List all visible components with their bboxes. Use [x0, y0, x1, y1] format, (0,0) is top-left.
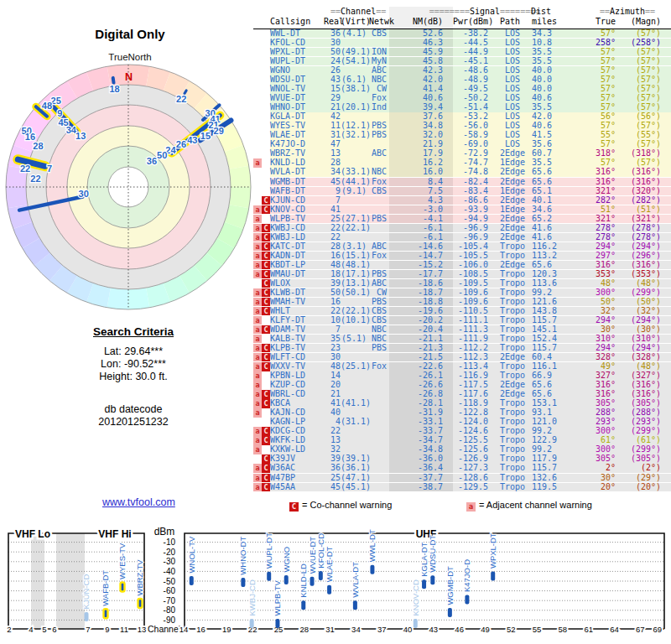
co-channel-warning-cell — [262, 85, 270, 93]
svg-text:46: 46 — [455, 625, 464, 634]
station-table: ==Channel==========Signal========Dist==A… — [253, 7, 671, 492]
adjacent-warning-cell: a — [253, 298, 262, 306]
co-channel-warning-cell — [262, 316, 270, 325]
co-channel-warning-cell — [262, 335, 270, 343]
adjacent-warning-cell: a — [253, 399, 262, 408]
station-data: WLOX39(13.1)ABC-18.6-109.5Tropo113.648°(… — [270, 279, 671, 288]
signal-bar — [430, 575, 434, 584]
adjacent-warning-cell — [253, 48, 262, 56]
station-data: WVLA-DT34(33.1)NBC16.0-74.82Edge65.6316°… — [270, 168, 671, 176]
column-header: (Virt) — [341, 18, 369, 27]
svg-text:-10: -10 — [164, 538, 176, 547]
svg-text:31: 31 — [325, 625, 335, 634]
co-channel-warning-cell: C — [262, 390, 270, 398]
svg-text:14: 14 — [179, 625, 189, 634]
adjacent-warning-cell — [253, 57, 262, 65]
adjacent-warning-cell — [253, 85, 262, 93]
station-data: KAJN-CD40-31.9-122.8Tropo93.1288°(288°) — [270, 408, 671, 417]
adjacent-warning-cell: a — [253, 436, 262, 444]
station-data: KWBJ-LD22-6.1-96.92Edge41.6278°(278°) — [270, 233, 671, 242]
table-row: aCW45AA45(45.1)-38.7-129.5Tropo119.520°(… — [253, 483, 671, 492]
signal-bar — [414, 619, 418, 628]
adjacent-warning-cell: a — [253, 381, 262, 389]
svg-text:-30: -30 — [164, 557, 176, 566]
co-channel-warning-cell: C — [262, 252, 270, 260]
signal-bar — [422, 579, 426, 589]
station-data: KFOL-CD3046.3-44.5LOS10.8258°(258°) — [270, 39, 671, 47]
svg-text:22: 22 — [176, 94, 186, 104]
svg-text:4: 4 — [29, 625, 33, 634]
station-data: WXXV-TV48(25.1)Fox-22.6-113.4Tropo116.14… — [270, 362, 671, 371]
co-channel-warning-cell: C — [262, 427, 270, 435]
station-data: KLWB-DT50(50.1)CW-18.7-109.6Tropo99.2300… — [270, 288, 671, 297]
signal-bar-label: WPXL-DT — [488, 532, 497, 569]
station-data: W36AC36(36.1)-36.4-127.3Tropo115.72°(2°) — [270, 464, 671, 472]
station-data: WLAE-DT31(32.1)PBS32.0-58.9LOS41.555°(55… — [270, 131, 671, 139]
svg-text:22: 22 — [30, 174, 40, 184]
signal-bar — [448, 608, 452, 617]
signal-bar — [267, 572, 271, 581]
svg-text:34: 34 — [351, 625, 361, 634]
column-header: Netwk — [369, 18, 389, 27]
svg-text:9: 9 — [105, 625, 109, 634]
co-channel-warning-cell — [262, 381, 270, 389]
adjacent-warning-cell: a — [253, 224, 262, 232]
station-table-header: ==Channel==========Signal========Dist==A… — [253, 7, 671, 29]
co-channel-warning-cell — [262, 66, 270, 75]
co-channel-warning-cell: C — [262, 464, 270, 472]
table-row: aCKNOV-CD41-3.0-93.91Edge34.651°(51°) — [253, 205, 671, 215]
co-channel-legend: C= Co-channel warning — [289, 500, 392, 512]
co-channel-warning-cell — [262, 418, 270, 426]
station-data: KPBN-LD14-26.1-116.9Tropo66.9327°(327°) — [270, 371, 671, 380]
co-channel-legend-text: = Co-channel warning — [302, 500, 392, 510]
signal-bar — [138, 599, 143, 608]
adjacent-warning-cell — [253, 94, 262, 102]
signal-bar-label: KNOV-CD — [411, 579, 420, 615]
station-data: KWBJ-CD22(22.1)-6.1-96.92Edge41.6278°(27… — [270, 224, 671, 232]
co-channel-warning-icon: C — [289, 502, 299, 512]
svg-text:VHF Lo: VHF Lo — [15, 528, 50, 540]
co-channel-warning-cell: C — [262, 399, 270, 408]
svg-text:43: 43 — [187, 135, 197, 145]
signal-bar-label: WVLA-DT — [351, 562, 360, 598]
co-channel-warning-cell — [262, 112, 270, 121]
tvfool-link[interactable]: www.tvfool.com — [102, 496, 175, 508]
station-data: WDAM-TV7NBC-20.4-111.3Tropo145.130°(30°) — [270, 325, 671, 334]
adjacent-warning-cell: a — [253, 474, 262, 482]
height-value: Height: 30.0 ft. — [49, 371, 217, 383]
adjacent-channel-legend: a= Adjacent channel warning — [466, 500, 592, 512]
station-data: W47BP25(47.1)-37.7-128.6Tropo132.630°(29… — [270, 474, 671, 482]
station-data: WWL-DT36(4.1)CBS52.6-38.2LOS34.357°(57°) — [270, 29, 671, 38]
co-channel-warning-cell — [262, 445, 270, 454]
adjacent-warning-cell — [253, 66, 262, 75]
station-data: WBRZ-TV13ABC17.9-72.92Edge60.7318°(318°) — [270, 149, 671, 158]
svg-text:25: 25 — [51, 96, 61, 106]
adjacent-warning-cell: a — [253, 205, 262, 214]
signal-bar-label: WUPL-DT — [264, 532, 273, 569]
adjacent-warning-cell — [253, 39, 262, 47]
adjacent-warning-cell: a — [253, 483, 262, 491]
signal-bar-label: WNOL-TV — [187, 536, 196, 573]
adjacent-warning-cell: a — [253, 427, 262, 435]
adjacent-warning-cell — [253, 122, 262, 130]
co-channel-warning-cell — [262, 168, 270, 176]
svg-text:52: 52 — [507, 625, 516, 634]
signal-bar — [190, 576, 194, 585]
adjacent-warning-cell — [253, 112, 262, 121]
column-header: Real — [324, 18, 341, 27]
tvfool-report: Digital Only TrueNorth 18223041212915432… — [0, 0, 671, 644]
co-channel-warning-cell: C — [262, 288, 270, 297]
column-header: True — [560, 18, 626, 27]
co-channel-warning-cell — [262, 215, 270, 223]
co-channel-warning-cell — [262, 158, 270, 167]
svg-text:55: 55 — [533, 625, 542, 634]
station-data: KAGN-LP4(31.1)-33.1-124.0Tropo121.0293°(… — [270, 418, 671, 426]
table-row: WAFB-DT9(9.1)CBS7.5-83.41Edge65.1321°(32… — [253, 187, 671, 196]
co-channel-warning-cell: C — [262, 279, 270, 288]
station-data: K47JO-D4721.9-69.0LOS35.657°(57°) — [270, 140, 671, 148]
column-header: Pwr(dBm) — [453, 18, 500, 27]
signal-bar — [284, 575, 289, 584]
table-row: aCW36AC36(36.1)-36.4-127.3Tropo115.72°(2… — [253, 464, 671, 473]
column-header: Path — [500, 18, 532, 27]
group-header-dist: Dist — [523, 8, 551, 17]
